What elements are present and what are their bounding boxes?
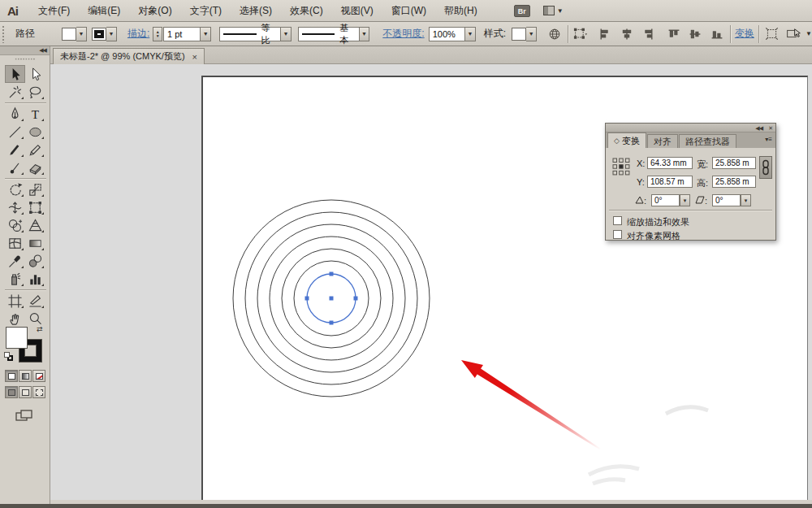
screen-mode-button[interactable] (15, 409, 34, 423)
align-center-horizontal-button[interactable] (618, 25, 636, 43)
collapse-panel-button[interactable]: ◀◀ (0, 46, 50, 55)
symbol-sprayer-tool[interactable] (5, 270, 25, 288)
pen-tool[interactable] (5, 105, 25, 123)
free-transform-tool[interactable] (25, 198, 45, 216)
direct-selection-tool[interactable] (25, 65, 45, 83)
height-field[interactable]: 25.858 m (712, 176, 756, 188)
stroke-weight-stepper[interactable]: ▲▼ (153, 27, 162, 41)
collapse-icons[interactable]: ◀◀ (755, 124, 762, 132)
pencil-tool[interactable] (25, 141, 45, 158)
fill-color-combo[interactable]: ▼ (62, 27, 87, 41)
tab-align[interactable]: 对齐 (647, 134, 678, 148)
paintbrush-tool[interactable] (5, 141, 25, 158)
chevron-down-icon[interactable]: ▼ (76, 27, 87, 41)
menu-select[interactable]: 选择(S) (231, 0, 281, 21)
mesh-tool[interactable] (5, 234, 25, 252)
menu-help[interactable]: 帮助(H) (435, 0, 486, 21)
reference-point-locator[interactable] (612, 158, 630, 176)
stroke-panel-link[interactable]: 描边: (127, 27, 149, 41)
swap-fill-stroke-icon[interactable]: ⇄ (37, 325, 43, 333)
isolate-selection-button[interactable] (784, 25, 802, 43)
align-pixel-grid-checkbox[interactable] (613, 230, 622, 239)
draw-normal-button[interactable] (5, 386, 18, 398)
menu-type[interactable]: 文字(T) (181, 0, 231, 21)
document-tab[interactable]: 未标题-2* @ 99% (CMYK/预览) × (53, 48, 205, 64)
lasso-tool[interactable] (25, 83, 45, 101)
menu-object[interactable]: 对象(O) (129, 0, 180, 21)
chevron-down-icon[interactable]: ▼ (465, 27, 476, 41)
default-fill-stroke-icon[interactable] (4, 352, 14, 362)
shape-builder-tool[interactable] (5, 216, 25, 234)
draw-behind-button[interactable] (19, 386, 32, 398)
panel-grip[interactable] (2, 25, 6, 43)
eraser-tool[interactable] (25, 158, 45, 176)
rotate-tool[interactable] (5, 180, 25, 198)
style-combo[interactable]: ▼ (512, 27, 537, 41)
rotate-field[interactable]: 0° (651, 194, 680, 206)
align-top-button[interactable] (665, 25, 683, 43)
document-setup-globe-icon[interactable] (546, 25, 564, 43)
menu-window[interactable]: 窗口(W) (382, 0, 435, 21)
draw-inside-button[interactable] (32, 386, 45, 398)
color-button[interactable] (5, 370, 18, 382)
gradient-button[interactable] (19, 370, 32, 382)
chevron-down-icon[interactable]: ▼ (360, 27, 370, 41)
chevron-down-icon[interactable]: ▼ (106, 27, 117, 41)
close-icon[interactable]: ✕ (768, 124, 772, 132)
style-swatch[interactable] (512, 28, 526, 41)
fill-swatch[interactable] (62, 28, 76, 41)
type-tool[interactable]: T (25, 105, 45, 123)
chevron-down-icon[interactable]: ▼ (201, 27, 211, 41)
align-right-button[interactable] (639, 25, 657, 43)
brush-definition-field[interactable]: 基本 (298, 27, 360, 41)
menu-file[interactable]: 文件(F) (29, 0, 79, 21)
chevron-down-icon[interactable]: ▼ (281, 27, 292, 41)
stroke-weight-field[interactable]: 1 pt (163, 27, 201, 41)
x-field[interactable]: 64.33 mm (647, 157, 693, 169)
scale-tool[interactable] (25, 180, 45, 198)
chevron-down-icon[interactable]: ▼ (526, 27, 537, 41)
menu-view[interactable]: 视图(V) (332, 0, 382, 21)
tab-transform[interactable]: ◇ 变换 (607, 132, 646, 148)
stroke-swatch[interactable] (92, 28, 106, 41)
panel-title-bar[interactable]: ◀◀ ✕ (606, 124, 775, 132)
align-left-button[interactable] (596, 25, 614, 43)
selection-tool[interactable] (5, 65, 25, 83)
y-field[interactable]: 108.57 m (647, 176, 693, 188)
chevron-down-icon[interactable]: ▼ (806, 30, 812, 37)
none-button[interactable] (32, 370, 45, 382)
chevron-down-icon[interactable]: ▼ (741, 194, 751, 206)
width-tool[interactable] (5, 198, 25, 216)
slice-tool[interactable] (25, 292, 45, 310)
panel-grip[interactable] (0, 55, 50, 63)
eyedropper-tool[interactable] (5, 252, 25, 270)
line-segment-tool[interactable] (5, 123, 25, 141)
magic-wand-tool[interactable] (5, 83, 25, 101)
align-bottom-button[interactable] (708, 25, 726, 43)
blend-tool[interactable] (25, 252, 45, 270)
transform-panel-link[interactable]: 变换 (735, 27, 754, 41)
artboard-tool[interactable] (5, 292, 25, 310)
constrain-proportions-icon[interactable] (759, 156, 772, 179)
align-center-vertical-button[interactable] (687, 25, 705, 43)
workspace-switcher-button[interactable]: ▼ (543, 6, 564, 15)
perspective-grid-tool[interactable] (25, 216, 45, 234)
gradient-tool[interactable] (25, 234, 45, 252)
width-field[interactable]: 25.858 m (712, 157, 756, 169)
column-graph-tool[interactable] (25, 270, 45, 288)
ellipse-tool[interactable] (25, 123, 45, 141)
panel-collapse-icon[interactable]: ◇ (614, 137, 620, 145)
scale-strokes-checkbox[interactable] (613, 216, 622, 225)
bounding-box-options-button[interactable] (572, 25, 590, 43)
menu-edit[interactable]: 编辑(E) (79, 0, 129, 21)
width-profile-field[interactable]: 等比 (219, 27, 281, 41)
opacity-panel-link[interactable]: 不透明度: (382, 27, 424, 41)
chevron-down-icon[interactable]: ▼ (680, 194, 690, 206)
shear-field[interactable]: 0° (712, 194, 741, 206)
menu-effect[interactable]: 效果(C) (281, 0, 332, 21)
stroke-color-combo[interactable]: ▼ (92, 27, 117, 41)
blob-brush-tool[interactable] (5, 158, 25, 176)
panel-menu-icon[interactable]: ▾≡ (765, 136, 772, 143)
opacity-field[interactable]: 100% (429, 27, 465, 41)
tab-pathfinder[interactable]: 路径查找器 (679, 134, 736, 148)
